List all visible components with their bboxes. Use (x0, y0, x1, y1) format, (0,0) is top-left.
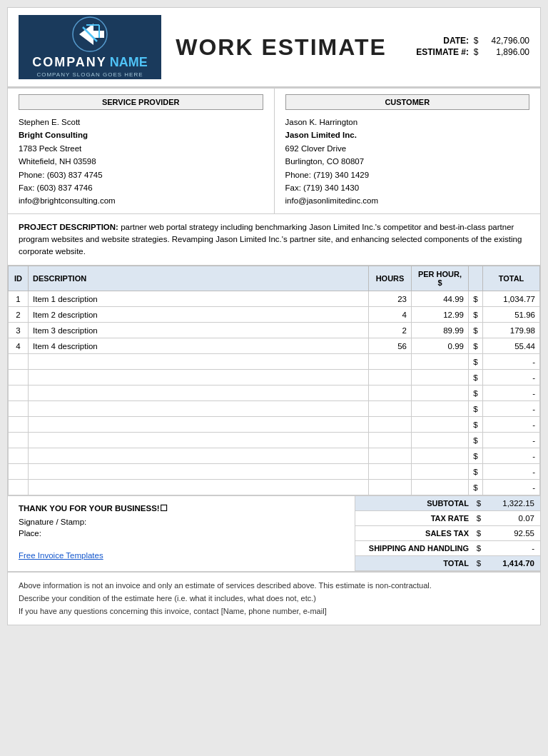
empty-desc (29, 354, 369, 370)
row-total: 51.96 (483, 307, 540, 323)
footer-left: THANK YOU FOR YOUR BUSINESS!☐ Signature … (8, 496, 355, 571)
disclaimer-line2: Describe your condition of the estimate … (19, 593, 529, 605)
disclaimer-line3: If you have any questions concerning thi… (19, 605, 529, 618)
row-desc: Item 1 description (29, 291, 369, 307)
empty-total: - (483, 401, 540, 417)
tax-rate-dollar: $ (473, 514, 484, 523)
row-rate: 0.99 (412, 338, 469, 354)
table-row: 2 Item 2 description 4 12.99 $ 51.96 (9, 307, 540, 323)
logo-area: COMPANY NAME COMPANY SLOGAN GOES HERE (19, 15, 161, 79)
shipping-value: - (484, 544, 534, 553)
empty-hours (369, 401, 412, 417)
subtotal-label: SUBTOTAL (361, 499, 473, 508)
empty-desc (29, 433, 369, 448)
table-row: 1 Item 1 description 23 44.99 $ 1,034.77 (9, 291, 540, 307)
col-rate: PER HOUR, $ (412, 266, 469, 291)
main-title: WORK ESTIMATE (176, 34, 387, 61)
empty-total: - (483, 385, 540, 401)
subtotal-row: SUBTOTAL $ 1,322.15 (355, 496, 540, 511)
date-value: 42,796.00 (483, 36, 529, 46)
row-hours: 23 (369, 291, 412, 307)
cust-line2: Jason Limited Inc. (285, 128, 530, 141)
sp-line4: Whitefield, NH 03598 (19, 155, 263, 168)
sales-tax-dollar: $ (473, 529, 484, 538)
empty-desc (29, 417, 369, 433)
empty-id (9, 417, 29, 433)
empty-rate (412, 401, 469, 417)
table-header-row: ID DESCRIPTION HOURS PER HOUR, $ TOTAL (9, 266, 540, 291)
empty-desc (29, 480, 369, 495)
empty-dollar: $ (469, 417, 483, 433)
empty-rate (412, 370, 469, 385)
row-id: 1 (9, 291, 29, 307)
estimate-dollar: $ (472, 47, 480, 57)
items-table: ID DESCRIPTION HOURS PER HOUR, $ TOTAL 1… (8, 266, 540, 495)
row-rate: 12.99 (412, 307, 469, 323)
title-area: WORK ESTIMATE (161, 34, 401, 61)
thank-you-text: THANK YOU FOR YOUR BUSINESS!☐ (19, 503, 344, 513)
sp-line7: info@brightconsulting.com (19, 194, 263, 207)
company-name-label: NAME (110, 55, 148, 70)
empty-hours (369, 433, 412, 448)
empty-dollar: $ (469, 385, 483, 401)
col-id: ID (9, 266, 29, 291)
empty-dollar: $ (469, 401, 483, 417)
sp-line3: 1783 Peck Street (19, 142, 263, 155)
subtotal-dollar: $ (473, 499, 484, 508)
empty-total: - (483, 354, 540, 370)
empty-hours (369, 464, 412, 480)
sales-tax-label: SALES TAX (361, 529, 473, 538)
sales-tax-value: 92.55 (484, 529, 534, 538)
empty-row: $ - (9, 480, 540, 495)
empty-id (9, 354, 29, 370)
row-id: 2 (9, 307, 29, 323)
empty-total: - (483, 417, 540, 433)
date-dollar: $ (472, 36, 480, 46)
empty-dollar: $ (469, 433, 483, 448)
row-total: 55.44 (483, 338, 540, 354)
estimate-row: ESTIMATE #: $ 1,896.00 (405, 47, 529, 57)
empty-hours (369, 370, 412, 385)
table-row: 3 Item 3 description 2 89.99 $ 179.98 (9, 323, 540, 338)
empty-desc (29, 448, 369, 464)
total-label: TOTAL (361, 559, 473, 568)
empty-id (9, 448, 29, 464)
row-dollar: $ (469, 323, 483, 338)
empty-rate (412, 385, 469, 401)
empty-total: - (483, 370, 540, 385)
estimate-value: 1,896.00 (483, 47, 529, 57)
disclaimer-line1: Above information is not an invoice and … (19, 580, 529, 593)
sales-tax-row: SALES TAX $ 92.55 (355, 526, 540, 541)
footer-section: THANK YOU FOR YOUR BUSINESS!☐ Signature … (8, 495, 540, 571)
free-invoice-link[interactable]: Free Invoice Templates (19, 551, 103, 560)
row-total: 1,034.77 (483, 291, 540, 307)
cust-line4: Burlington, CO 80807 (285, 155, 530, 168)
header: COMPANY NAME COMPANY SLOGAN GOES HERE WO… (8, 8, 540, 88)
empty-row: $ - (9, 448, 540, 464)
row-dollar: $ (469, 307, 483, 323)
disclaimer: Above information is not an invoice and … (8, 571, 540, 625)
empty-dollar: $ (469, 480, 483, 495)
empty-dollar: $ (469, 464, 483, 480)
total-row: TOTAL $ 1,414.70 (355, 556, 540, 571)
empty-row: $ - (9, 417, 540, 433)
empty-rate (412, 480, 469, 495)
logo-icon (72, 16, 108, 52)
arrow-icon (72, 16, 108, 52)
sp-line1: Stephen E. Scott (19, 116, 263, 128)
empty-desc (29, 385, 369, 401)
cust-line6: Fax: (719) 340 1430 (285, 181, 530, 194)
total-value: 1,414.70 (484, 559, 534, 568)
row-rate: 44.99 (412, 291, 469, 307)
meta-area: DATE: $ 42,796.00 ESTIMATE #: $ 1,896.00 (401, 36, 529, 59)
company-slogan: COMPANY SLOGAN GOES HERE (36, 71, 143, 78)
empty-row: $ - (9, 433, 540, 448)
empty-hours (369, 354, 412, 370)
empty-hours (369, 417, 412, 433)
project-label: PROJECT DESCRIPTION: (19, 223, 118, 231)
col-total: TOTAL (483, 266, 540, 291)
cust-line7: info@jasonlimitedinc.com (285, 194, 530, 207)
row-hours: 2 (369, 323, 412, 338)
row-desc: Item 4 description (29, 338, 369, 354)
cust-line3: 692 Clover Drive (285, 142, 530, 155)
